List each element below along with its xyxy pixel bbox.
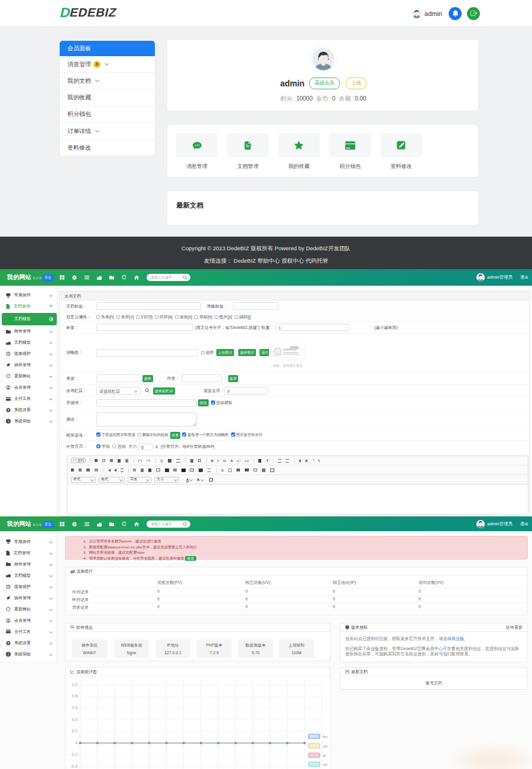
svg-text:PV: PV — [323, 735, 327, 739]
svg-text:0.4: 0.4 — [72, 718, 78, 722]
svg-text:0.6: 0.6 — [72, 706, 78, 710]
svg-text:IP: IP — [323, 754, 326, 758]
svg-text:UV: UV — [323, 745, 327, 748]
svg-text:0: 0 — [75, 741, 77, 745]
svg-text:0.8: 0.8 — [72, 694, 78, 698]
svg-text:VV: VV — [323, 763, 327, 767]
svg-text:-0.2: -0.2 — [70, 752, 77, 757]
svg-text:0.2: 0.2 — [72, 729, 78, 733]
svg-text:EDEBIZ: EDEBIZ — [69, 5, 118, 19]
svg-text:-0.4: -0.4 — [70, 764, 77, 768]
svg-text:D: D — [277, 350, 280, 354]
svg-text:1.0: 1.0 — [72, 683, 78, 687]
